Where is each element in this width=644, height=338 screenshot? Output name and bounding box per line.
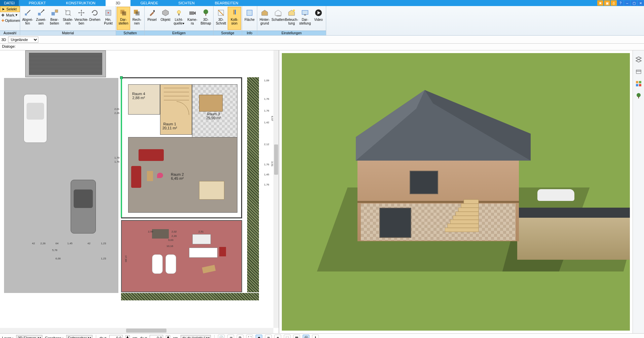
kamera-label: Kame- ra [187,18,197,25]
flaeche-button[interactable]: Fläche [243,7,256,30]
svg-rect-14 [178,14,180,15]
mode-label: 3D [1,38,6,42]
kollision-button[interactable]: Kolli- sion [228,7,241,30]
dim-label: 2,26 [114,112,120,115]
skalieren-button[interactable]: Skalie- ren [61,7,75,30]
scrollbar-thumb[interactable] [274,144,278,175]
beleuchtung-label: Beleuch- tung [285,18,298,25]
side-table [147,171,153,181]
select-button[interactable]: ➤Selekt [0,6,20,12]
info-group: Fläche Info [242,6,257,35]
grid-icon[interactable]: ▦ [293,335,300,338]
dx-input[interactable] [109,335,123,338]
2d-view[interactable]: Raum 42,88 m² Raum 120,11 m² Raum 325,90… [0,50,279,333]
scrollbar-thumb[interactable] [126,329,166,333]
object-icon [161,8,170,17]
flaeche-label: Fläche [244,18,255,22]
window-action-2-icon[interactable]: ▣ [604,0,610,6]
darstellen-button[interactable]: Dar- stellen [117,7,130,30]
objekt-label: Objekt [161,18,171,22]
options-button[interactable]: ✚Optionen [0,18,20,23]
geschoss-dropdown[interactable]: Erdgeschos [66,335,92,338]
svg-rect-9 [122,11,126,15]
dim-label: 2,12 [264,143,269,146]
menu-bar: DATEI PROJEKT KONSTRUKTION 3D GELÄNDE SI… [0,0,644,6]
lichtquelle-button[interactable]: Licht- quelle▾ [172,7,186,30]
help-icon[interactable]: ? [617,0,623,6]
close-icon[interactable]: ✕ [638,0,644,6]
zuweisen-button[interactable]: Zuwei- sen [34,7,48,30]
layer-dropdown[interactable]: 2D-Elemen [16,335,42,338]
coord-mode-dropdown[interactable]: dx,dy (relativ ka [181,335,211,338]
menu-tab-bearbeiten[interactable]: BEARBEITEN [205,0,249,6]
clock-icon[interactable]: 🕘 [218,335,225,338]
n-toggle[interactable]: Ⓝ [303,335,309,338]
schnitt3d-button[interactable]: 3D- Schnitt [214,7,228,30]
window-action-1-icon[interactable]: ✖ [597,0,603,6]
svg-rect-33 [461,204,479,208]
menu-tab-sichten[interactable]: SICHTEN [168,0,204,6]
verschieben-label: Verschie- ben [74,18,88,25]
darstellung-button[interactable]: Dar- stellung [298,7,312,30]
window-action-3-icon[interactable]: ⎙ [611,0,617,6]
minimize-icon[interactable]: – [624,0,630,6]
drehen-button[interactable]: Drehen [88,7,102,30]
info-toggle-icon[interactable]: ℹ [312,335,319,338]
furniture-3 [189,248,218,258]
tool-a-icon[interactable]: ≋ [265,335,272,338]
section-icon [216,8,226,17]
mark-button[interactable]: ✥Mark. ▾ [0,12,20,18]
kamera-button[interactable]: Kame- ra [186,7,199,30]
svg-rect-12 [153,10,155,12]
beleuchtung-button[interactable]: Beleuch- tung [285,7,298,30]
cursor-icon: ➤ [2,7,6,11]
unit-cm-2: cm [173,336,178,338]
video-button[interactable]: Video [312,7,325,30]
drehen-label: Drehen [89,18,101,22]
plants-icon[interactable] [635,92,642,99]
menu-tab-projekt[interactable]: PROJEKT [19,0,56,6]
lounger-1 [152,254,163,274]
shadow-calc-icon [132,8,142,17]
abgreifen-button[interactable]: Abgrei- fen [21,7,34,30]
maximize-icon[interactable]: ▢ [631,0,637,6]
dx-spinner[interactable]: ▲▼ [125,335,130,338]
hin-punkt-button[interactable]: Hin. Punkt [102,7,115,30]
materials-icon[interactable] [635,80,642,87]
verschieben-button[interactable]: Verschie- ben [75,7,88,30]
tool-c-icon[interactable]: ⬚ [284,335,291,338]
pinsel-button[interactable]: Pinsel [145,7,159,30]
3d-view[interactable] [282,53,630,331]
furniture-icon[interactable] [635,68,642,75]
layers-icon[interactable] [635,56,642,63]
scrollbar-vertical[interactable] [273,50,279,328]
workspace: Raum 42,88 m² Raum 120,11 m² Raum 325,90… [0,50,644,333]
layer-select[interactable]: Urgelände [8,37,38,43]
dim-label: 42 [87,242,90,245]
snap-icon[interactable]: ⧉ [237,335,243,338]
menu-tab-konstruktion[interactable]: KONSTRUKTION [56,0,105,6]
svg-rect-20 [235,10,236,14]
active-tool-icon[interactable]: ◆ [256,335,262,338]
schatten-group-label: Schatten [116,31,144,35]
dy-spinner[interactable]: ▲▼ [166,335,170,338]
menu-tab-gelaende[interactable]: GELÄNDE [130,0,168,6]
objekt-button[interactable]: Objekt [159,7,172,30]
rechnen-button[interactable]: Rech- nen [130,7,144,30]
schatten2-button[interactable]: Schatten [271,7,285,30]
table-2 [199,181,224,200]
dim-label: 1,23 [101,242,106,245]
brush-icon [147,8,157,17]
menu-tab-3d[interactable]: 3D [106,0,130,6]
room-4-label: Raum 42,88 m² [132,92,145,100]
menu-tab-datei[interactable]: DATEI [0,0,19,6]
tool-b-icon[interactable]: ◈ [274,335,281,338]
bearbeiten-button[interactable]: Bear- beiten [48,7,61,30]
dy-input[interactable] [150,335,163,338]
bitmap3d-button[interactable]: 3D- Bitmap [199,7,213,30]
ribbon: ➤Selekt ✥Mark. ▾ ✚Optionen Auswahl Abgre… [0,6,644,36]
scrollbar-horizontal[interactable] [0,328,273,333]
monitor-icon[interactable]: 🖥 [227,335,234,338]
hintergrund-button[interactable]: Hinter- grund [258,7,271,30]
snap2-icon[interactable]: ⛶ [246,335,253,338]
